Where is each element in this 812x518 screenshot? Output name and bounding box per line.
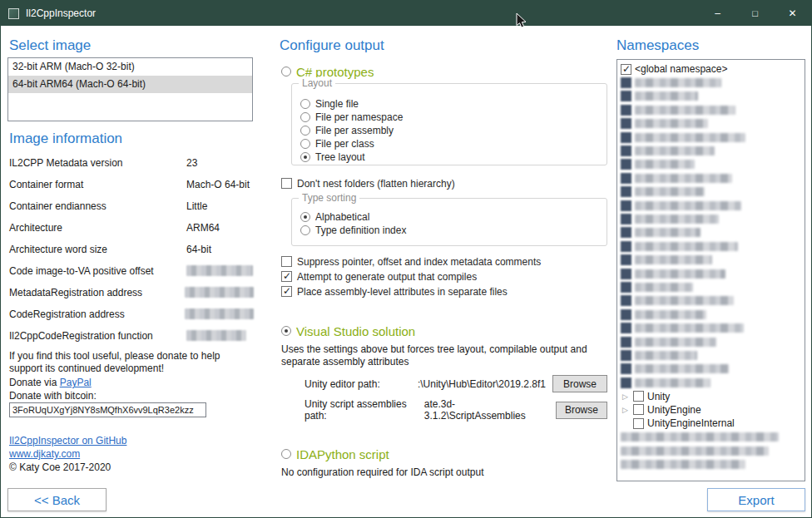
namespace-checkbox[interactable] [633, 404, 644, 415]
namespace-checkbox[interactable] [633, 391, 644, 402]
namespace-item[interactable] [621, 253, 805, 266]
radio-icon[interactable] [281, 67, 291, 76]
expander-icon[interactable]: ▷ [621, 392, 630, 401]
namespace-item[interactable] [621, 335, 805, 348]
bitcoin-address-input[interactable] [9, 402, 206, 417]
namespace-checkbox[interactable] [621, 363, 631, 374]
namespace-item[interactable]: UnityEngineInternal [621, 417, 805, 430]
namespace-checkbox[interactable] [621, 200, 631, 211]
namespace-item[interactable] [621, 171, 805, 185]
namespace-item[interactable] [621, 90, 805, 103]
namespace-item[interactable] [621, 76, 805, 89]
namespace-checkbox[interactable] [621, 337, 631, 348]
radio-icon[interactable] [300, 99, 310, 109]
checkbox-icon[interactable] [281, 256, 292, 267]
namespace-item[interactable] [621, 131, 805, 144]
namespace-item[interactable]: ▷Unity [621, 389, 805, 402]
namespace-item[interactable] [621, 294, 805, 308]
namespace-item[interactable] [621, 144, 805, 157]
checkbox-icon[interactable] [281, 178, 292, 189]
radio-icon[interactable] [300, 112, 310, 122]
namespace-item[interactable] [621, 280, 805, 294]
idapython-script-option[interactable]: IDAPython script [281, 446, 389, 461]
namespace-checkbox[interactable] [621, 241, 631, 252]
namespace-item[interactable] [621, 457, 805, 471]
paypal-link[interactable]: PayPal [60, 377, 92, 388]
namespace-item[interactable] [621, 199, 805, 212]
expander-icon[interactable]: ▷ [621, 406, 630, 414]
close-button[interactable]: ✕ [774, 1, 811, 26]
namespace-item[interactable]: ▷UnityEngine [621, 403, 805, 417]
back-button[interactable]: << Back [7, 488, 106, 511]
namespace-checkbox[interactable] [621, 118, 631, 129]
namespace-checkbox[interactable] [621, 159, 631, 170]
namespace-item[interactable] [621, 363, 805, 376]
github-link[interactable]: Il2CppInspector on GitHub [9, 435, 126, 446]
radio-icon[interactable] [300, 139, 310, 149]
layout-option-single-file[interactable]: Single file [300, 97, 607, 110]
namespace-item[interactable] [621, 267, 805, 280]
namespace-checkbox[interactable] [621, 105, 631, 116]
sorting-option-type-definition-index[interactable]: Type definition index [300, 224, 607, 236]
namespace-checkbox[interactable] [621, 323, 631, 333]
radio-icon-selected[interactable] [300, 212, 310, 222]
namespace-checkbox[interactable] [621, 295, 631, 306]
namespace-checkbox[interactable] [633, 418, 644, 429]
namespace-item[interactable] [621, 212, 805, 225]
info-label: Container endianness [9, 200, 186, 212]
export-button[interactable]: Export [707, 488, 805, 511]
namespace-checkbox[interactable] [621, 227, 631, 238]
flatten-hierarchy-checkbox-row[interactable]: Don't nest folders (flatten hierarchy) [281, 177, 455, 190]
namespace-checkbox[interactable] [621, 254, 631, 265]
namespace-item[interactable] [621, 226, 805, 239]
namespace-item[interactable] [621, 376, 805, 389]
suppress-metadata-checkbox-row[interactable]: Suppress pointer, offset and index metad… [281, 255, 541, 268]
namespace-checkbox[interactable] [621, 77, 631, 88]
compilable-output-checkbox-row[interactable]: Attempt to generate output that compiles [281, 270, 477, 283]
namespace-item[interactable] [621, 431, 805, 444]
namespace-item[interactable] [621, 158, 805, 171]
minimize-button[interactable]: – [699, 1, 736, 26]
namespace-checkbox[interactable] [621, 64, 631, 75]
namespace-item[interactable] [621, 103, 805, 116]
visual-studio-solution-option[interactable]: Visual Studio solution [281, 323, 415, 338]
namespace-checkbox[interactable] [621, 377, 631, 388]
namespace-item[interactable]: <global namespace> [621, 62, 805, 76]
radio-icon-selected[interactable] [281, 326, 291, 336]
namespace-checkbox[interactable] [621, 173, 631, 184]
radio-icon[interactable] [300, 225, 310, 235]
sorting-option-alphabetical[interactable]: Alphabetical [300, 210, 607, 223]
namespace-item[interactable] [621, 117, 805, 131]
namespace-item[interactable] [621, 239, 805, 253]
layout-option-tree-layout[interactable]: Tree layout [300, 150, 607, 163]
radio-icon[interactable] [300, 126, 310, 136]
namespace-item[interactable] [621, 348, 805, 362]
layout-option-file-per-class[interactable]: File per class [300, 137, 607, 150]
browse-editor-path-button[interactable]: Browse [552, 375, 607, 392]
namespace-checkbox[interactable] [621, 269, 631, 279]
checkbox-icon-checked[interactable] [281, 271, 292, 282]
maximize-button[interactable]: □ [736, 1, 774, 26]
layout-option-file-per-namespace[interactable]: File per namespace [300, 111, 607, 123]
radio-icon[interactable] [281, 449, 291, 459]
checkbox-icon-checked[interactable] [281, 286, 292, 297]
image-list-item[interactable]: 32-bit ARM (Mach-O 32-bit) [8, 58, 252, 76]
namespace-item[interactable] [621, 308, 805, 321]
separate-attributes-checkbox-row[interactable]: Place assembly-level attributes in separ… [281, 285, 508, 298]
image-list-item-selected[interactable]: 64-bit ARM64 (Mach-O 64-bit) [8, 76, 252, 93]
namespace-checkbox[interactable] [621, 309, 631, 320]
namespace-checkbox[interactable] [621, 186, 631, 197]
namespace-item[interactable] [621, 444, 805, 457]
namespace-checkbox[interactable] [621, 91, 631, 101]
layout-option-file-per-assembly[interactable]: File per assembly [300, 124, 607, 136]
namespace-item[interactable] [621, 185, 805, 199]
namespace-checkbox[interactable] [621, 132, 631, 143]
namespace-checkbox[interactable] [621, 214, 631, 224]
namespace-checkbox[interactable] [621, 146, 631, 156]
browse-assemblies-path-button[interactable]: Browse [556, 402, 607, 419]
namespace-item[interactable] [621, 321, 805, 334]
namespace-checkbox[interactable] [621, 282, 631, 293]
radio-icon-selected[interactable] [300, 152, 310, 162]
namespace-checkbox[interactable] [621, 350, 631, 361]
website-link[interactable]: www.djkaty.com [9, 448, 80, 460]
